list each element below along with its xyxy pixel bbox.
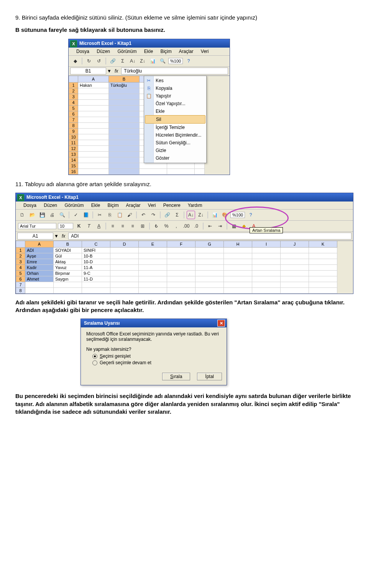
col-J[interactable]: J (281, 241, 309, 248)
cell[interactable] (309, 253, 337, 259)
cell[interactable] (25, 282, 54, 288)
new-icon[interactable]: 🗋 (18, 211, 26, 219)
cell[interactable] (167, 253, 196, 259)
cell[interactable] (224, 259, 252, 265)
ctx-item-kes[interactable]: ✂Kes (144, 77, 206, 84)
cell[interactable] (139, 282, 167, 288)
font-box[interactable]: Arial Tur (18, 223, 56, 229)
menu-bicim[interactable]: Biçim (160, 49, 171, 54)
preview-icon[interactable]: 🔍 (58, 211, 66, 219)
cell[interactable] (252, 248, 281, 253)
cell[interactable] (139, 271, 167, 276)
cell[interactable] (110, 265, 139, 271)
col-G[interactable]: G (196, 241, 224, 248)
italic-icon[interactable]: T (85, 222, 93, 230)
row-3[interactable]: 3 (16, 259, 25, 265)
fx-icon[interactable]: fx (112, 68, 120, 74)
cell[interactable] (224, 265, 252, 271)
sort-asc-icon[interactable]: A↓ (128, 57, 137, 65)
cell[interactable] (281, 276, 309, 282)
cell[interactable] (139, 248, 167, 253)
ctx-item--zel-yap-t-r-[interactable]: Özel Yapıştır... (144, 100, 206, 107)
ctx-item-yap-t-r[interactable]: 📋Yapıştır (144, 92, 206, 100)
menu-gorunum[interactable]: Görünüm (117, 49, 136, 54)
cell[interactable] (82, 282, 110, 288)
sort-asc-icon[interactable]: A↓ (187, 211, 195, 219)
cell[interactable] (281, 282, 309, 288)
ctx-item-sil[interactable]: Sil (145, 115, 205, 124)
fx-icon[interactable]: fx (59, 233, 67, 239)
cell[interactable] (110, 259, 139, 265)
ctx-item-ekle[interactable]: Ekle (144, 107, 206, 115)
zoom-box[interactable]: %100 (168, 58, 183, 64)
fill-icon[interactable]: ◆ (240, 222, 248, 230)
cell[interactable]: Yavuz (54, 265, 82, 271)
cell[interactable]: Saygın (54, 276, 82, 282)
col-B[interactable]: B (109, 76, 140, 83)
col-C[interactable]: C (82, 241, 110, 248)
col-F[interactable]: F (167, 241, 196, 248)
ctx-item-s-tun-geni-li-i-[interactable]: Sütun Genişliği... (144, 139, 206, 147)
cell[interactable] (110, 248, 139, 253)
cell[interactable] (196, 282, 224, 288)
cell[interactable] (252, 288, 281, 294)
zoom-box[interactable]: %100 (230, 212, 245, 218)
autosum-icon[interactable]: Σ (173, 211, 181, 219)
col-A[interactable]: A (25, 241, 54, 248)
cell[interactable] (167, 265, 196, 271)
cell[interactable] (309, 248, 337, 253)
menu-araclar[interactable]: Araçlar (126, 203, 140, 208)
menu-pencere[interactable]: Pencere (163, 203, 181, 208)
cell[interactable] (139, 259, 167, 265)
cell[interactable] (252, 265, 281, 271)
row-7[interactable]: 7 (16, 282, 25, 288)
name-box[interactable]: A1 (17, 233, 53, 239)
cell[interactable]: 11-D (82, 276, 110, 282)
col-E[interactable]: E (139, 241, 167, 248)
cell[interactable] (252, 276, 281, 282)
cell[interactable] (309, 276, 337, 282)
radio-icon[interactable] (92, 354, 97, 359)
indent-out-icon[interactable]: ⇤ (206, 222, 214, 230)
cell[interactable] (309, 271, 337, 276)
tb-icon[interactable]: 🔍 (158, 57, 167, 65)
cell[interactable] (309, 282, 337, 288)
cell[interactable] (54, 282, 82, 288)
inc-dec-icon[interactable]: .00 (182, 222, 191, 230)
cell[interactable]: 10-D (82, 259, 110, 265)
cell[interactable]: Gül (54, 253, 82, 259)
cell[interactable]: Ayşe (25, 253, 54, 259)
radio-expand[interactable]: SSeçimi genişleteçimi genişlet (92, 353, 221, 359)
tb-icon[interactable]: 🔗 (108, 57, 117, 65)
undo-icon[interactable]: ↶ (139, 211, 148, 219)
format-painter-icon[interactable]: 🖌 (125, 211, 134, 219)
row-4[interactable]: 4 (16, 265, 25, 271)
radio-icon[interactable] (92, 360, 97, 365)
cancel-button[interactable]: İptal (197, 373, 222, 380)
tb-icon[interactable]: ◆ (71, 57, 79, 65)
align-left-icon[interactable]: ≡ (108, 222, 117, 230)
paste-icon[interactable]: 📋 (115, 211, 124, 219)
sort-desc-icon[interactable]: Z↓ (197, 211, 205, 219)
cell[interactable]: 10-B (82, 253, 110, 259)
comma-icon[interactable]: , (172, 222, 181, 230)
cell[interactable] (110, 253, 139, 259)
col-I[interactable]: I (252, 241, 281, 248)
cell[interactable] (110, 276, 139, 282)
indent-in-icon[interactable]: ⇥ (216, 222, 224, 230)
cell[interactable]: Ahmet (25, 276, 54, 282)
cell[interactable] (139, 265, 167, 271)
cell[interactable] (224, 271, 252, 276)
cell[interactable]: Aktaş (54, 259, 82, 265)
col-B[interactable]: B (54, 241, 82, 248)
ctx-item-gizle[interactable]: Gizle (144, 147, 206, 154)
cell[interactable] (139, 288, 167, 294)
cell[interactable] (252, 271, 281, 276)
cell[interactable]: 11-A (82, 265, 110, 271)
context-menu[interactable]: ✂Kes⎘Kopyala📋YapıştırÖzel Yapıştır...Ekl… (144, 76, 207, 163)
cell[interactable] (196, 265, 224, 271)
cell[interactable] (224, 253, 252, 259)
cell[interactable] (196, 253, 224, 259)
research-icon[interactable]: 📘 (82, 211, 90, 219)
cell[interactable] (110, 288, 139, 294)
